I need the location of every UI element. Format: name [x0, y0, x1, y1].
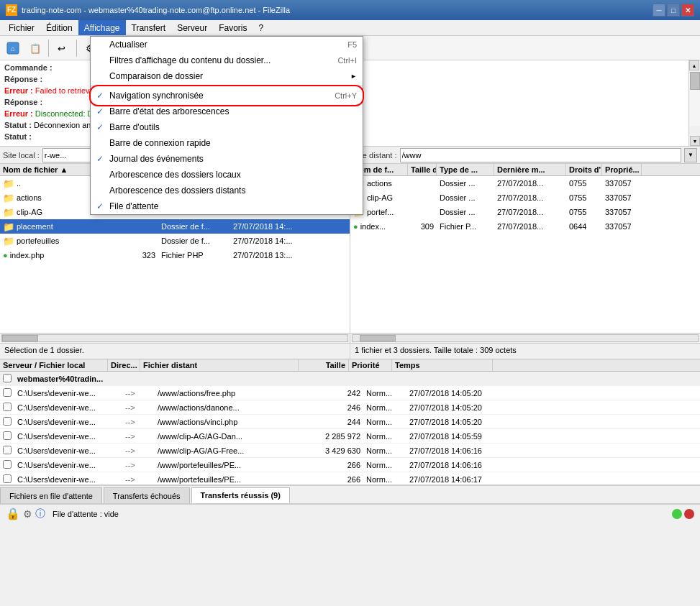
remote-col-type[interactable]: Type de ...: [437, 164, 494, 175]
tr-size-7: 266: [313, 474, 363, 485]
menu-bar: Fichier Édition Affichage Transfert Serv…: [0, 20, 700, 36]
tr-check[interactable]: [0, 459, 14, 471]
tr-check[interactable]: [0, 431, 14, 442]
menu-transfert[interactable]: Transfert: [126, 20, 172, 35]
tr-dir: [122, 378, 155, 380]
dropdown-comparaison[interactable]: Comparaison de dossier ►: [91, 68, 363, 84]
menu-affichage[interactable]: Affichage: [78, 20, 126, 35]
transfer-row-2[interactable]: C:\Users\devenir-we... --> /www/actions/…: [0, 400, 700, 415]
remote-fileperms: 0755: [566, 178, 602, 188]
tab-file-queue[interactable]: Fichiers en file d'attente: [0, 487, 102, 503]
local-filename: actions: [17, 193, 42, 202]
tr-dir-6: -->: [122, 460, 155, 470]
tr-size-6: 266: [313, 460, 363, 470]
remote-hscroll-thumb[interactable]: [360, 335, 396, 341]
transfer-row-6[interactable]: C:\Users\devenir-we... --> /www/portefeu…: [0, 458, 700, 472]
local-hscroll-thumb[interactable]: [2, 335, 38, 341]
transfer-checkbox[interactable]: [3, 446, 12, 454]
tr-check[interactable]: [0, 373, 14, 385]
dropdown-arbo-locale[interactable]: Arborescence des dossiers locaux: [91, 167, 363, 183]
transfer-row-5[interactable]: C:\Users\devenir-we... --> /www/clip-AG/…: [0, 444, 700, 458]
transfer-row-4[interactable]: C:\Users\devenir-we... --> /www/clip-AG/…: [0, 429, 700, 444]
remote-hscroll-track[interactable]: [352, 334, 699, 342]
local-hscroll[interactable]: [0, 334, 350, 343]
transfer-checkbox[interactable]: [3, 403, 12, 411]
menu-favoris[interactable]: Favoris: [213, 20, 253, 35]
transfer-checkbox[interactable]: [3, 431, 12, 440]
dropdown-actualiser[interactable]: Actualiser F5: [91, 37, 363, 52]
transfer-checkbox[interactable]: [3, 460, 12, 469]
dropdown-barre-connexion[interactable]: Barre de connexion rapide: [91, 135, 363, 151]
dropdown-journal[interactable]: ✓ Journal des événements: [91, 151, 363, 167]
transfer-row-7[interactable]: C:\Users\devenir-we... --> /www/portefeu…: [0, 472, 700, 485]
transfer-row-3[interactable]: C:\Users\devenir-we... --> /www/actions/…: [0, 415, 700, 429]
remote-fileowner: 337057: [602, 193, 642, 203]
tr-check[interactable]: [0, 387, 14, 399]
tr-prio: [363, 378, 406, 380]
close-button[interactable]: ✕: [681, 4, 694, 17]
local-filename: clip-AG: [17, 208, 42, 216]
remote-path-input[interactable]: [400, 148, 681, 162]
maximize-button[interactable]: □: [667, 4, 680, 17]
local-file-row-placement[interactable]: 📁placement Dossier de f... 27/07/2018 14…: [0, 219, 350, 234]
dropdown-barre-etat[interactable]: ✓ Barre d'état des arborescences: [91, 104, 363, 119]
local-file-row-portefeuilles[interactable]: 📁portefeuilles Dossier de f... 27/07/201…: [0, 234, 350, 248]
remote-file-row-actions[interactable]: 📁actions Dossier ... 27/07/2018... 0755 …: [350, 176, 700, 190]
remote-file-row-index[interactable]: ●index... 309 Fichier P... 27/07/2018...…: [350, 219, 700, 234]
log-scrollbar[interactable]: ▲ ▼: [688, 60, 700, 146]
transfer-server-row[interactable]: webmaster%40tradin...: [0, 372, 700, 386]
remote-filetype: Dossier ...: [437, 178, 494, 188]
remote-col-owner[interactable]: Proprié...: [602, 164, 642, 175]
toolbar-btn-3[interactable]: ↩: [53, 38, 73, 58]
menu-serveur[interactable]: Serveur: [171, 20, 213, 35]
footer-icons: 🔒 ⚙ ⓘ: [6, 507, 45, 520]
dropdown-nav-sync[interactable]: ✓ Navigation synchronisée Ctrl+Y: [91, 88, 363, 104]
log-scroll-thumb[interactable]: [690, 72, 700, 90]
conn-dot-green: [672, 509, 682, 519]
tr-dir-3: -->: [122, 417, 155, 427]
remote-hscroll[interactable]: [350, 334, 700, 343]
dropdown-filtres[interactable]: Filtres d'affichage du contenu du dossie…: [91, 52, 363, 68]
log-scroll-down[interactable]: ▼: [690, 136, 700, 146]
dropdown-file-attente[interactable]: ✓ File d'attente: [91, 198, 363, 214]
transfer-checkbox[interactable]: [3, 417, 12, 426]
minimize-button[interactable]: ─: [653, 4, 665, 17]
remote-file-row-clipag[interactable]: 📁clip-AG Dossier ... 27/07/2018... 0755 …: [350, 190, 700, 205]
label-barre-outils: Barre d'outils: [109, 122, 342, 132]
tr-check[interactable]: [0, 445, 14, 456]
check-barre-etat: ✓: [96, 106, 109, 116]
local-hscroll-track[interactable]: [1, 334, 348, 342]
log-scroll-up[interactable]: ▲: [689, 60, 699, 70]
menu-aide[interactable]: ?: [253, 20, 270, 35]
tab-transfers-failed[interactable]: Transferts échoués: [104, 487, 190, 503]
toolbar-btn-2[interactable]: 📋: [24, 38, 45, 58]
local-file-row-indexphp[interactable]: ●index.php 323 Fichier PHP 27/07/2018 13…: [0, 248, 350, 262]
transfer-checkbox[interactable]: [3, 474, 12, 483]
menu-fichier[interactable]: Fichier: [3, 20, 40, 35]
transfer-area: Serveur / Fichier local Direc... Fichier…: [0, 359, 700, 485]
transfer-checkbox[interactable]: [3, 388, 12, 397]
file-icon: ●: [353, 222, 358, 231]
transfer-row-1[interactable]: C:\Users\devenir-we... --> /www/actions/…: [0, 386, 700, 400]
local-filesize: 323: [115, 250, 158, 260]
tab-transfers-success[interactable]: Transferts réussis (9): [191, 487, 290, 503]
remote-col-date[interactable]: Dernière m...: [494, 164, 566, 175]
tr-check[interactable]: [0, 474, 14, 485]
toolbar-btn-1[interactable]: ⌂: [3, 38, 23, 58]
remote-col-perms[interactable]: Droits d'...: [566, 164, 602, 175]
transfer-checkbox[interactable]: [3, 374, 12, 382]
remote-path-dropdown[interactable]: ▼: [684, 148, 697, 162]
tr-time-5: 27/07/2018 14:06:16: [406, 446, 507, 456]
remote-file-row-portef[interactable]: 📁portef... Dossier ... 27/07/2018... 075…: [350, 205, 700, 219]
dropdown-arbo-distante[interactable]: Arborescence des dossiers distants: [91, 183, 363, 198]
menu-edition[interactable]: Édition: [40, 20, 78, 35]
local-filedate: 27/07/2018 14:...: [230, 221, 317, 231]
folder-icon: 📁: [3, 207, 14, 218]
dropdown-barre-outils[interactable]: ✓ Barre d'outils: [91, 119, 363, 135]
tr-remote-3: /www/actions/vinci.php: [155, 417, 313, 427]
remote-col-size[interactable]: Taille d...: [408, 164, 437, 175]
tr-check[interactable]: [0, 402, 14, 413]
tr-check[interactable]: [0, 416, 14, 428]
local-filename: placement: [17, 222, 53, 231]
th-prio: Priorité: [349, 359, 392, 371]
